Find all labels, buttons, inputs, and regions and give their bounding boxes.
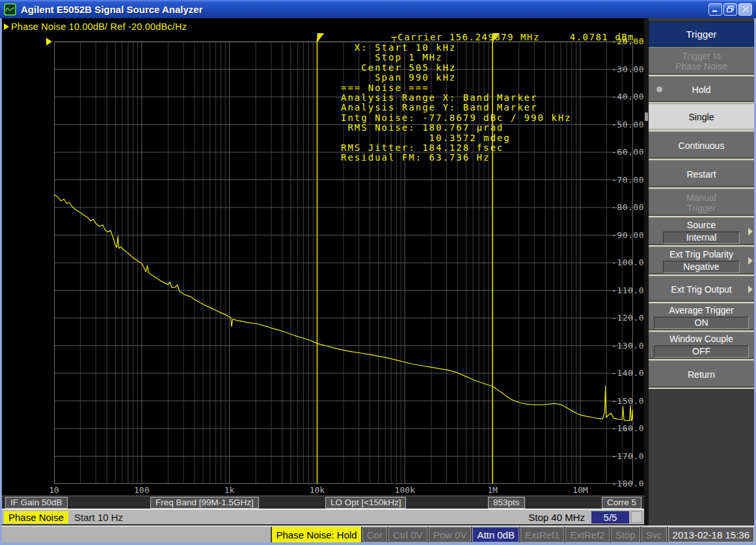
restore-icon[interactable]	[723, 3, 737, 16]
button-ext-trig-output[interactable]: Ext Trig Output	[649, 276, 754, 303]
minimize-icon[interactable]	[709, 3, 722, 16]
status-ctrl: Ctrl 0V	[388, 527, 427, 542]
correction-indicator: Corre 5	[602, 497, 641, 509]
button-return[interactable]: Return	[649, 360, 754, 389]
y-tick-label: -30.00	[596, 64, 644, 74]
y-tick-label: -20.00	[596, 36, 644, 46]
button-manual-trigger: Manual Trigger	[649, 189, 754, 217]
measurement-info-bar: IF Gain 50dB Freq Band [99M-1.5GHz] LO O…	[2, 496, 644, 509]
status-svc: Svc	[641, 527, 667, 542]
noise-info-line: === Noise ===	[341, 83, 572, 93]
status-extref1: ExtRef1	[520, 527, 564, 542]
close-icon[interactable]	[738, 3, 752, 16]
y-tick-label: -70.00	[596, 175, 644, 185]
y-tick-label: -100.0	[596, 258, 644, 267]
points-indicator: 853pts	[488, 497, 525, 509]
noise-info-line: RMS Jitter: 184.128 fsec	[341, 143, 572, 153]
measurement-status-badge: Phase Noise: Hold	[272, 527, 360, 542]
y-tick-label: -140.0	[596, 368, 644, 378]
noise-info-line: Residual FM: 63.736 Hz	[341, 153, 572, 163]
waveform-app-icon	[4, 3, 16, 16]
source-value: Internal	[663, 232, 740, 244]
y-tick-label: -60.00	[596, 147, 644, 157]
window-border	[0, 542, 756, 545]
status-datetime: 2013-02-18 15:36	[668, 527, 754, 542]
y-tick-label: -170.0	[596, 451, 644, 461]
y-tick-label: -50.00	[596, 120, 644, 129]
if-gain-indicator: IF Gain 50dB	[5, 497, 68, 509]
noise-info-line: Intg Noise: -77.8679 dBc / 990 kHz	[341, 113, 572, 123]
status-bar: Phase Noise: Hold Cor Ctrl 0V Pow 0V Att…	[2, 525, 754, 542]
status-cor: Cor	[362, 527, 387, 542]
measurement-tab-bar: Phase Noise Start 10 Hz Stop 40 MHz 5/5	[2, 509, 644, 524]
lo-opt-indicator: LO Opt [<150kHz]	[325, 497, 406, 509]
window-border	[0, 18, 2, 545]
noise-info-line: Span 990 kHz	[341, 73, 572, 83]
y-tick-label: -150.0	[596, 396, 644, 406]
x-tick-label: 10k	[294, 485, 340, 495]
button-source[interactable]: Source Internal	[649, 217, 754, 246]
x-tick-label: 1M	[470, 485, 515, 495]
y-tick-label: -90.00	[596, 230, 644, 240]
noise-analysis-readout: X: Start 10 kHz Stop 1 MHz Center 505 kH…	[341, 43, 572, 163]
softkey-panel: Trigger Trigger to Phase Noise Hold Sing…	[644, 18, 754, 525]
page-indicator: 5/5	[591, 511, 629, 524]
noise-info-line: Analysis Range X: Band Marker	[341, 93, 572, 103]
x-tick-label: 100k	[382, 485, 427, 495]
analyzer-window: Agilent E5052B Signal Source Analyzer Ph…	[0, 0, 756, 545]
trace-scale-label: Phase Noise 10.00dB/ Ref -20.00dBc/Hz	[11, 21, 187, 32]
y-tick-label: -130.0	[596, 341, 644, 351]
noise-info-line: Stop 1 MHz	[341, 53, 572, 62]
sweep-stop-label: Stop 40 MHz	[528, 512, 585, 523]
x-tick-label: 1k	[207, 485, 252, 495]
button-continuous[interactable]: Continuous	[649, 131, 754, 160]
freq-band-indicator: Freq Band [99M-1.5GHz]	[150, 497, 259, 509]
status-pow: Pow 0V	[429, 527, 472, 542]
reference-level-marker-icon	[46, 38, 52, 46]
page-spinner[interactable]	[631, 511, 642, 523]
x-tick-label: 10	[31, 485, 77, 495]
button-single[interactable]: Single	[649, 103, 754, 131]
button-hold[interactable]: Hold	[649, 76, 754, 103]
button-trigger-to-phase-noise: Trigger to Phase Noise	[649, 47, 754, 76]
button-ext-trig-polarity[interactable]: Ext Trig Polarity Negative	[649, 246, 754, 276]
y-tick-label: -110.0	[596, 286, 644, 295]
y-tick-label: -180.0	[596, 479, 644, 488]
selected-bullet-icon	[656, 86, 662, 92]
noise-info-line: Center 505 kHz	[341, 63, 572, 73]
y-tick-label: -80.00	[596, 202, 644, 212]
status-stop: Stop	[611, 527, 640, 542]
y-tick-label: -120.0	[596, 313, 644, 323]
x-tick-label: 10M	[558, 485, 603, 495]
ext-trig-polarity-value: Negative	[663, 261, 740, 273]
button-window-couple[interactable]: Window Couple OFF	[649, 332, 754, 360]
submenu-arrow-icon	[748, 228, 753, 235]
softkey-scrollbar[interactable]	[644, 18, 649, 525]
window-title: Agilent E5052B Signal Source Analyzer	[21, 4, 203, 15]
scrollbar-handle[interactable]	[645, 113, 648, 121]
button-average-trigger[interactable]: Average Trigger ON	[649, 303, 754, 332]
noise-info-line: Analysis Range Y: Band Marker	[341, 103, 572, 113]
submenu-arrow-icon	[748, 286, 753, 293]
noise-info-line: X: Start 10 kHz	[341, 43, 572, 53]
window-couple-value: OFF	[654, 345, 749, 358]
submenu-arrow-icon	[748, 257, 753, 265]
average-trigger-value: ON	[654, 317, 749, 329]
y-tick-label: -40.00	[596, 92, 644, 101]
tab-phase-noise[interactable]: Phase Noise	[4, 511, 68, 524]
menu-title-trigger: Trigger	[649, 21, 754, 47]
x-tick-label: 100	[119, 485, 165, 495]
button-restart[interactable]: Restart	[649, 160, 754, 189]
title-bar: Agilent E5052B Signal Source Analyzer	[0, 0, 756, 18]
sweep-start-label: Start 10 Hz	[74, 512, 123, 523]
y-tick-label: -160.0	[596, 423, 644, 433]
trace-select-icon	[4, 23, 9, 30]
status-attn: Attn 0dB	[472, 527, 519, 542]
noise-info-line: 10.3572 mdeg	[341, 133, 572, 143]
status-extref2: ExtRef2	[565, 527, 609, 542]
status-bar-filler	[2, 527, 271, 542]
phase-noise-plot-area: Phase Noise 10.00dB/ Ref -20.00dBc/Hz ┬C…	[2, 18, 644, 496]
noise-info-line: RMS Noise: 180.767 μrad	[341, 123, 572, 133]
